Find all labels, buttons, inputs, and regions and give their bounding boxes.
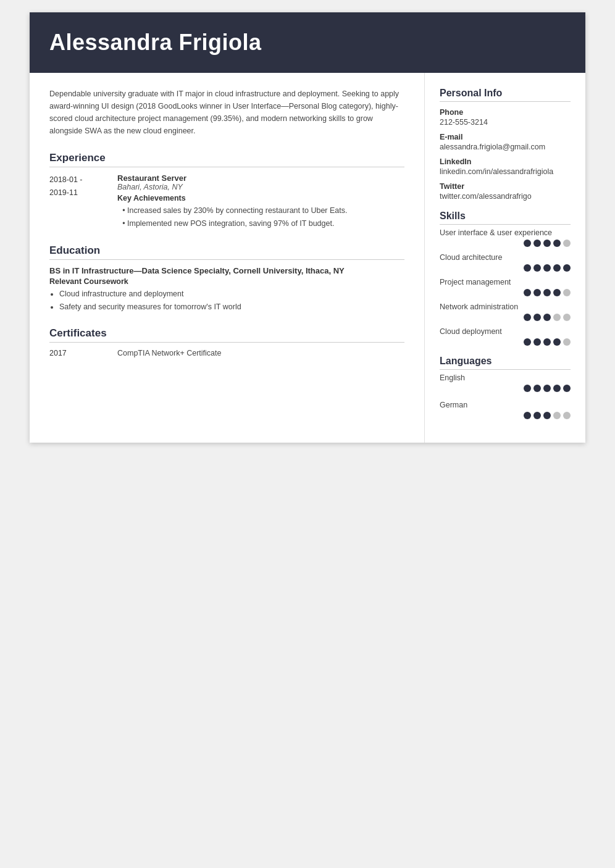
skill-dot: [524, 240, 531, 247]
edu-coursework-title: Relevant Coursework: [49, 277, 404, 286]
certificates-title: Certificates: [49, 327, 404, 343]
resume-body: Dependable university graduate with IT m…: [30, 73, 585, 443]
skill-dot: [533, 314, 541, 321]
exp-content: Restaurant Server Bahari, Astoria, NY Ke…: [117, 173, 404, 231]
skill-name: Project management: [440, 278, 571, 286]
candidate-name: Alessandra Frigiola: [49, 30, 566, 56]
exp-achievements-list: Increased sales by 230% by connecting re…: [117, 204, 404, 231]
phone-value: 212-555-3214: [440, 118, 571, 127]
skill-name: User interface & user experience: [440, 228, 571, 237]
twitter-value: twitter.com/alessandrafrigo: [440, 192, 571, 201]
skill-dot: [543, 289, 551, 296]
skill-dot: [553, 240, 561, 247]
education-list: BS in IT Infrastructure—Data Science Spe…: [49, 266, 404, 314]
exp-achievement-item: Increased sales by 230% by connecting re…: [127, 204, 404, 217]
edu-coursework-list: Cloud infrastructure and deploymentSafet…: [49, 288, 404, 314]
skill-dot: [563, 314, 571, 321]
skill-name: Network administration: [440, 303, 571, 311]
skill-dot: [524, 264, 531, 272]
skill-item: Network administration: [440, 303, 571, 321]
education-section: Education BS in IT Infrastructure—Data S…: [49, 244, 404, 314]
skill-name: Cloud deployment: [440, 327, 571, 336]
cert-year: 2017: [49, 349, 117, 357]
skill-item: User interface & user experience: [440, 228, 571, 247]
skill-dot: [524, 314, 531, 321]
lang-dot: [543, 385, 551, 392]
cert-name: CompTIA Network+ Certificate: [117, 349, 221, 357]
skill-dot: [533, 264, 541, 272]
skill-dots: [440, 314, 571, 321]
certificate-item: 2017 CompTIA Network+ Certificate: [49, 349, 404, 357]
exp-date: 2018-01 -2019-11: [49, 173, 117, 231]
coursework-item: Safety and security measures for tomorro…: [59, 301, 404, 314]
languages-title: Languages: [440, 356, 571, 370]
education-title: Education: [49, 244, 404, 260]
skill-dots: [440, 289, 571, 296]
language-item: German: [440, 401, 571, 419]
skill-dot: [553, 264, 561, 272]
certificates-list: 2017 CompTIA Network+ Certificate: [49, 349, 404, 357]
skill-dots: [440, 240, 571, 247]
certificates-section: Certificates 2017 CompTIA Network+ Certi…: [49, 327, 404, 357]
language-dots: [440, 412, 571, 419]
skill-dots: [440, 264, 571, 272]
lang-dot: [543, 412, 551, 419]
skill-dot: [563, 338, 571, 346]
skill-dot: [563, 240, 571, 247]
skills-list: User interface & user experience Cloud a…: [440, 228, 571, 346]
languages-list: English German: [440, 373, 571, 419]
skill-dot: [543, 314, 551, 321]
twitter-label: Twitter: [440, 182, 571, 191]
sidebar: Personal Info Phone 212-555-3214 E-mail …: [425, 73, 585, 443]
skill-dot: [553, 314, 561, 321]
exp-title: Restaurant Server: [117, 173, 404, 183]
language-name: German: [440, 401, 571, 409]
language-name: English: [440, 373, 571, 382]
personal-info-title: Personal Info: [440, 88, 571, 102]
phone-label: Phone: [440, 108, 571, 117]
skill-dot: [533, 289, 541, 296]
lang-dot: [553, 385, 561, 392]
lang-dot: [563, 385, 571, 392]
edu-coursework: Relevant Coursework Cloud infrastructure…: [49, 277, 404, 314]
language-dots: [440, 385, 571, 392]
email-value: alessandra.frigiola@gmail.com: [440, 143, 571, 151]
skill-item: Cloud deployment: [440, 327, 571, 346]
exp-achievement-item: Implemented new POS integration, saving …: [127, 217, 404, 230]
skill-dot: [543, 240, 551, 247]
exp-achievements: Key Achievements Increased sales by 230%…: [117, 194, 404, 231]
lang-dot: [533, 385, 541, 392]
coursework-item: Cloud infrastructure and deployment: [59, 288, 404, 301]
skill-dot: [524, 338, 531, 346]
skill-dot: [543, 264, 551, 272]
lang-dot: [524, 412, 531, 419]
skill-dot: [563, 264, 571, 272]
skill-name: Cloud architecture: [440, 253, 571, 262]
exp-achievements-title: Key Achievements: [117, 194, 404, 202]
experience-list: 2018-01 -2019-11 Restaurant Server Bahar…: [49, 173, 404, 231]
edu-degree: BS in IT Infrastructure—Data Science Spe…: [49, 266, 404, 275]
linkedin-value: linkedin.com/in/alessandrafrigiola: [440, 167, 571, 176]
experience-section: Experience 2018-01 -2019-11 Restaurant S…: [49, 152, 404, 231]
main-content: Dependable university graduate with IT m…: [30, 73, 425, 443]
skill-dot: [543, 338, 551, 346]
education-item: BS in IT Infrastructure—Data Science Spe…: [49, 266, 404, 314]
experience-item: 2018-01 -2019-11 Restaurant Server Bahar…: [49, 173, 404, 231]
linkedin-label: LinkedIn: [440, 157, 571, 166]
skill-dots: [440, 338, 571, 346]
email-label: E-mail: [440, 133, 571, 141]
resume-container: Alessandra Frigiola Dependable universit…: [30, 12, 585, 443]
skill-dot: [524, 289, 531, 296]
skill-item: Project management: [440, 278, 571, 296]
skill-dot: [563, 289, 571, 296]
skill-dot: [553, 338, 561, 346]
resume-header: Alessandra Frigiola: [30, 12, 585, 73]
skills-title: Skills: [440, 211, 571, 225]
lang-dot: [553, 412, 561, 419]
lang-dot: [533, 412, 541, 419]
lang-dot: [563, 412, 571, 419]
exp-company: Bahari, Astoria, NY: [117, 183, 404, 191]
lang-dot: [524, 385, 531, 392]
skill-item: Cloud architecture: [440, 253, 571, 272]
skill-dot: [533, 240, 541, 247]
